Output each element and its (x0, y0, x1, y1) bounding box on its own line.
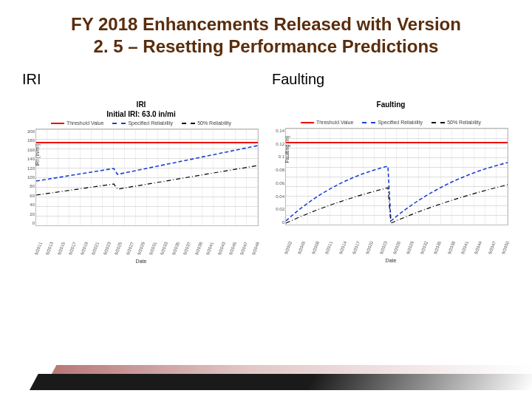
tick-label: 60 (20, 194, 35, 198)
tick-label: 9/2011 (34, 241, 43, 255)
tick-label: 9/2015 (57, 241, 66, 255)
tick-label: 9/2017 (68, 241, 77, 255)
tick-label: 9/2008 (311, 240, 320, 254)
tick-label: 0.12 (270, 142, 284, 146)
tick-label: 9/2044 (474, 240, 482, 254)
faulting-chart: Faulting Threshold Value Specified Relia… (269, 100, 513, 263)
faulting-specified-line (286, 163, 508, 221)
tick-label: 0.14 (270, 129, 284, 133)
faulting-legend: Threshold Value Specified Reliability 50… (269, 120, 513, 125)
tick-label: 9/2039 (194, 241, 203, 255)
faulting-plot-area: Faulting (in) 0.140.120.10.080.060.040.0… (285, 128, 508, 225)
tick-label: 160 (20, 148, 35, 152)
tick-label: 120 (20, 166, 35, 171)
iri-fifty-line (36, 166, 258, 195)
tick-label: 9/2043 (217, 241, 226, 255)
tick-label: 9/2029 (406, 240, 415, 254)
right-chart-heading: Faulting (269, 71, 513, 88)
tick-label: 9/2017 (352, 240, 361, 254)
iri-lines (36, 129, 258, 225)
tick-label: 9/2029 (137, 241, 146, 255)
tick-label: 180 (20, 138, 35, 143)
tick-label: 9/2011 (324, 240, 333, 254)
tick-label: 0 (20, 221, 35, 225)
iri-y-ticks: 200180160140120100806040200 (20, 129, 35, 225)
footer-decoration (0, 355, 532, 399)
left-chart-column: IRI IRI Initial IRI: 63.0 in/mi Threshol… (19, 71, 263, 264)
iri-x-axis-label: Date (19, 259, 263, 264)
faulting-lines (286, 129, 508, 225)
tick-label: 9/2023 (103, 241, 112, 255)
tick-label: 20 (20, 212, 35, 216)
tick-label: 9/2033 (160, 241, 168, 255)
legend-threshold: Threshold Value (301, 120, 353, 125)
iri-legend: Threshold Value Specified Reliability 50… (19, 120, 263, 126)
faulting-fifty-line (286, 185, 508, 223)
tick-label: 9/2019 (80, 241, 89, 255)
faulting-chart-title: Faulting (269, 100, 513, 109)
tick-label: 9/2035 (171, 241, 180, 255)
tick-label: 9/2037 (183, 241, 191, 255)
tick-label: 9/2050 (501, 240, 510, 254)
legend-specified: Specified Reliability (112, 120, 173, 126)
tick-label: 9/2049 (251, 241, 260, 255)
footer-accent-black (30, 374, 532, 390)
legend-fifty: 50% Reliability (182, 120, 231, 126)
footer-accent-red (52, 365, 532, 374)
iri-plot-area: IRI (in/mi) 200180160140120100806040200 … (35, 129, 259, 226)
tick-label: 9/2025 (114, 241, 123, 255)
charts-row: IRI IRI Initial IRI: 63.0 in/mi Threshol… (0, 71, 532, 264)
tick-label: 140 (20, 157, 35, 161)
faulting-y-ticks: 0.140.120.10.080.060.040.020 (270, 129, 284, 225)
tick-label: 9/2027 (126, 241, 134, 255)
legend-specified: Specified Reliability (362, 120, 423, 125)
tick-label: 9/2026 (392, 240, 401, 254)
tick-label: 9/2021 (91, 241, 100, 255)
tick-label: 0.02 (270, 207, 284, 211)
tick-label: 9/2002 (284, 240, 293, 254)
faulting-x-axis-label: Date (269, 258, 513, 263)
slide-title: FY 2018 Enhancements Released with Versi… (0, 13, 532, 58)
tick-label: 9/2014 (338, 240, 347, 254)
tick-label: 9/2023 (379, 240, 388, 254)
title-line-2: 2. 5 – Resetting Performance Predictions (94, 36, 439, 56)
tick-label: 9/2035 (433, 240, 442, 254)
title-line-1: FY 2018 Enhancements Released with Versi… (71, 14, 461, 34)
iri-chart-subtitle: Initial IRI: 63.0 in/mi (19, 109, 263, 119)
tick-label: 0.1 (270, 154, 284, 159)
legend-threshold: Threshold Value (51, 120, 103, 126)
iri-chart-title: IRI (19, 100, 263, 109)
left-chart-heading: IRI (19, 71, 263, 88)
tick-label: 9/2045 (228, 241, 237, 255)
tick-label: 9/2047 (488, 240, 497, 254)
legend-fifty: 50% Reliability (432, 120, 481, 125)
tick-label: 0 (270, 220, 284, 225)
iri-chart: IRI Initial IRI: 63.0 in/mi Threshold Va… (19, 100, 263, 264)
tick-label: 9/2020 (365, 240, 374, 254)
tick-label: 9/2041 (205, 241, 214, 255)
tick-label: 0.08 (270, 168, 284, 172)
tick-label: 80 (20, 184, 35, 188)
tick-label: 9/2038 (447, 240, 456, 254)
tick-label: 9/2047 (239, 241, 248, 255)
tick-label: 9/2032 (420, 240, 429, 254)
tick-label: 9/2013 (46, 241, 55, 255)
tick-label: 0.04 (270, 194, 284, 199)
right-chart-column: Faulting Faulting Threshold Value Specif… (269, 71, 513, 264)
iri-x-ticks: 9/20119/20139/20159/20179/20199/20219/20… (36, 242, 258, 255)
tick-label: 9/2005 (297, 240, 306, 254)
tick-label: 0.06 (270, 181, 284, 185)
tick-label: 200 (20, 129, 35, 134)
iri-specified-line (36, 146, 258, 181)
tick-label: 9/2031 (149, 241, 157, 255)
tick-label: 100 (20, 175, 35, 180)
faulting-x-ticks: 9/20029/20059/20089/20119/20149/20179/20… (286, 241, 508, 254)
tick-label: 9/2041 (460, 240, 469, 254)
tick-label: 40 (20, 202, 35, 207)
